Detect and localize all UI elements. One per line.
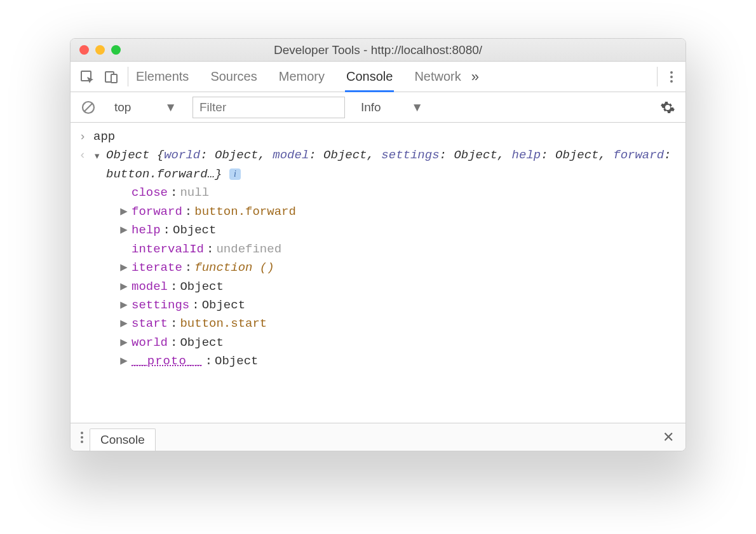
expand-icon[interactable]: ▶: [119, 278, 129, 296]
property-key: model: [132, 278, 168, 296]
property-value: Object: [180, 278, 223, 296]
object-property: ▶intervalId: undefined: [119, 240, 679, 259]
window-title: Developer Tools - http://localhost:8080/: [71, 43, 685, 57]
close-drawer-button[interactable]: ✕: [658, 424, 679, 451]
property-value: Object: [202, 296, 245, 315]
property-value: button.start: [180, 315, 267, 333]
object-property[interactable]: ▶world: Object: [119, 334, 679, 352]
console-settings-icon[interactable]: [658, 97, 678, 118]
property-value: button.forward: [194, 203, 296, 221]
property-value: Object: [215, 352, 258, 371]
drawer-tab-console[interactable]: Console: [90, 428, 156, 451]
object-property[interactable]: ▶iterate: function (): [119, 259, 679, 277]
object-summary[interactable]: Object {world: Object, model: Object, se…: [106, 146, 679, 184]
overflow-tabs-button[interactable]: »: [466, 69, 484, 85]
caret-down-icon: ▼: [411, 100, 423, 114]
tab-network[interactable]: Network: [413, 62, 462, 92]
expand-icon[interactable]: ▶: [119, 315, 129, 333]
divider: [128, 67, 128, 86]
more-options-button[interactable]: [664, 71, 679, 83]
console-input-row: › app: [77, 128, 679, 146]
devtools-window: Developer Tools - http://localhost:8080/…: [70, 38, 686, 451]
object-property: ▶close: null: [119, 184, 679, 202]
property-value: null: [180, 184, 209, 202]
titlebar: Developer Tools - http://localhost:8080/: [71, 39, 685, 62]
device-toolbar-icon[interactable]: [101, 67, 121, 87]
execution-context-select[interactable]: top ▼: [107, 97, 184, 118]
property-value: undefined: [216, 240, 281, 259]
property-value: Object: [173, 221, 216, 240]
property-value: Object: [180, 334, 223, 352]
property-key: settings: [132, 296, 189, 315]
context-label: top: [114, 100, 131, 114]
prompt-icon: ›: [77, 128, 88, 146]
caret-down-icon: ▼: [165, 100, 177, 114]
object-property[interactable]: ▶start: button.start: [119, 315, 679, 333]
tab-strip: Elements Sources Memory Console Network …: [71, 62, 685, 92]
clear-console-icon[interactable]: [78, 97, 98, 118]
console-result-row: ‹ ▾ Object {world: Object, model: Object…: [77, 146, 679, 184]
expand-icon[interactable]: ▶: [119, 259, 129, 277]
object-property[interactable]: ▶help: Object: [119, 221, 679, 240]
expand-object-toggle[interactable]: ▾: [93, 146, 102, 184]
zoom-window-button[interactable]: [111, 45, 121, 55]
drawer: Console ✕: [71, 423, 685, 451]
property-key: world: [132, 334, 168, 352]
object-property[interactable]: ▶model: Object: [119, 278, 679, 296]
svg-rect-2: [111, 74, 117, 83]
expand-icon[interactable]: ▶: [119, 296, 129, 315]
property-key: __proto__: [132, 352, 203, 371]
object-property[interactable]: ▶settings: Object: [119, 296, 679, 315]
tab-memory[interactable]: Memory: [278, 62, 326, 92]
console-input[interactable]: app: [93, 128, 115, 146]
log-level-select[interactable]: Info ▼: [354, 97, 430, 118]
console-output: › app ‹ ▾ Object {world: Object, model: …: [71, 123, 685, 423]
inspect-element-icon[interactable]: [77, 67, 97, 87]
expand-icon[interactable]: ▶: [119, 334, 129, 352]
property-key: help: [132, 221, 161, 240]
property-key: iterate: [132, 259, 182, 277]
console-toolbar: top ▼ Info ▼: [71, 92, 685, 123]
close-window-button[interactable]: [79, 45, 89, 55]
drawer-menu-button[interactable]: [74, 432, 90, 451]
property-key: intervalId: [132, 240, 204, 259]
expand-icon[interactable]: ▶: [119, 352, 129, 371]
window-controls: [79, 45, 121, 55]
expand-icon[interactable]: ▶: [119, 203, 129, 221]
info-icon[interactable]: i: [229, 168, 241, 180]
tab-console[interactable]: Console: [345, 62, 394, 92]
panel-tabs: Elements Sources Memory Console Network: [135, 62, 462, 92]
property-key: start: [132, 315, 168, 333]
property-value: function (): [194, 259, 274, 277]
tab-sources[interactable]: Sources: [209, 62, 258, 92]
result-icon: ‹: [77, 146, 88, 165]
divider: [657, 67, 658, 86]
expand-icon[interactable]: ▶: [119, 221, 129, 240]
property-key: forward: [132, 203, 182, 221]
minimize-window-button[interactable]: [95, 45, 105, 55]
object-property[interactable]: ▶forward: button.forward: [119, 203, 679, 221]
object-proto[interactable]: ▶__proto__: Object: [119, 352, 679, 371]
property-key: close: [132, 184, 168, 202]
object-properties: ▶close: null▶forward: button.forward▶hel…: [77, 184, 679, 371]
filter-input[interactable]: [192, 97, 345, 118]
level-label: Info: [361, 100, 381, 114]
tab-elements[interactable]: Elements: [135, 62, 190, 92]
